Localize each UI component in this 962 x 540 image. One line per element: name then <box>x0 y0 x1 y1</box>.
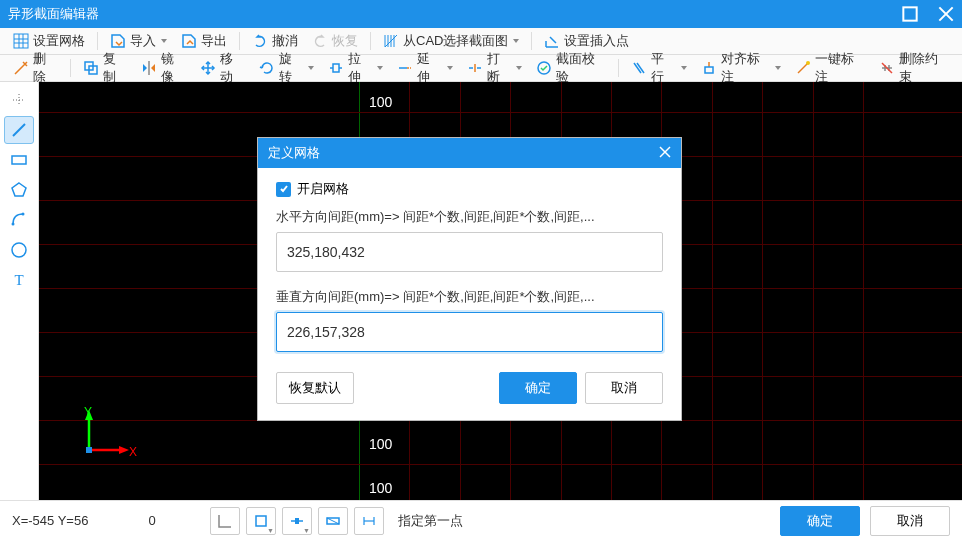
svg-text:T: T <box>14 272 23 288</box>
mirror-button[interactable]: 镜像 <box>136 57 191 79</box>
stretch-button[interactable]: 拉伸 <box>323 57 388 79</box>
svg-rect-53 <box>295 518 299 524</box>
svg-rect-0 <box>903 7 916 20</box>
copy-icon <box>83 60 99 76</box>
svg-line-55 <box>327 518 339 524</box>
wand-icon <box>795 60 811 76</box>
grid-settings-label: 设置网格 <box>33 32 85 50</box>
parallel-label: 平行 <box>651 50 675 86</box>
status-prompt: 指定第一点 <box>398 512 463 530</box>
extend-label: 延伸 <box>417 50 441 86</box>
extend-button[interactable]: 延伸 <box>392 57 457 79</box>
axis-tick: 100 <box>369 436 392 452</box>
one-key-mark-button[interactable]: 一键标注 <box>790 57 870 79</box>
parallel-button[interactable]: 平行 <box>626 57 691 79</box>
extend-icon <box>397 60 413 76</box>
rotate-label: 旋转 <box>279 50 303 86</box>
enable-grid-label: 开启网格 <box>297 180 349 198</box>
svg-marker-49 <box>119 446 129 454</box>
svg-line-39 <box>13 124 25 136</box>
v-spacing-label: 垂直方向间距(mm)=> 间距*个数,间距,间距*个数,间距,... <box>276 288 663 306</box>
section-check-label: 截面校验 <box>556 50 606 86</box>
copy-label: 复制 <box>103 50 128 86</box>
delete-button[interactable]: 删除 <box>8 57 63 79</box>
axis-tick: 100 <box>369 480 392 496</box>
snap-corner-button[interactable] <box>210 507 240 535</box>
break-label: 打断 <box>487 50 511 86</box>
close-icon[interactable] <box>938 6 954 22</box>
v-spacing-input[interactable] <box>276 312 663 352</box>
check-icon <box>536 60 552 76</box>
polygon-tool[interactable] <box>4 176 34 204</box>
svg-rect-31 <box>705 67 713 73</box>
undo-label: 撤消 <box>272 32 298 50</box>
svg-rect-40 <box>12 156 26 164</box>
grid-settings-button[interactable]: 设置网格 <box>8 30 90 52</box>
delete-constraint-icon <box>879 60 895 76</box>
dialog-close-icon[interactable] <box>659 146 671 161</box>
svg-rect-3 <box>14 34 28 48</box>
section-check-button[interactable]: 截面校验 <box>531 57 611 79</box>
circle-tool[interactable] <box>4 236 34 264</box>
enable-grid-checkbox[interactable] <box>276 182 291 197</box>
undo-button[interactable]: 撤消 <box>247 30 303 52</box>
move-button[interactable]: 移动 <box>195 57 250 79</box>
delete-label: 删除 <box>33 50 58 86</box>
line-tool[interactable] <box>4 116 34 144</box>
dialog-ok-button[interactable]: 确定 <box>499 372 577 404</box>
rectangle-tool[interactable] <box>4 146 34 174</box>
status-ok-button[interactable]: 确定 <box>780 506 860 536</box>
status-coords: X=-545 Y=56 <box>12 513 88 528</box>
status-cancel-button[interactable]: 取消 <box>870 506 950 536</box>
delete-constraint-button[interactable]: 删除约束 <box>874 57 954 79</box>
export-icon <box>181 33 197 49</box>
chevron-down-icon <box>161 39 167 43</box>
chevron-down-icon <box>377 66 383 70</box>
svg-line-15 <box>550 37 556 43</box>
svg-rect-20 <box>333 64 339 72</box>
dialog-cancel-button[interactable]: 取消 <box>585 372 663 404</box>
svg-point-44 <box>12 243 26 257</box>
h-spacing-input[interactable] <box>276 232 663 272</box>
point-tool[interactable] <box>4 86 34 114</box>
toolbar-row-2: 删除 复制 镜像 移动 旋转 拉伸 延伸 打断 截面校验 平行 <box>0 55 962 82</box>
svg-point-32 <box>806 61 810 65</box>
dialog-title-bar[interactable]: 定义网格 <box>258 138 681 168</box>
redo-icon <box>312 33 328 49</box>
import-button[interactable]: 导入 <box>105 30 172 52</box>
rotate-button[interactable]: 旋转 <box>254 57 319 79</box>
export-label: 导出 <box>201 32 227 50</box>
import-icon <box>110 33 126 49</box>
svg-point-42 <box>12 223 15 226</box>
mirror-label: 镜像 <box>161 50 186 86</box>
align-mark-label: 对齐标注 <box>721 50 771 86</box>
snap-dimension-button[interactable] <box>354 507 384 535</box>
set-insert-point-label: 设置插入点 <box>564 32 629 50</box>
dialog-title: 定义网格 <box>268 144 320 162</box>
snap-intersection-button[interactable] <box>318 507 348 535</box>
svg-rect-51 <box>256 516 266 526</box>
mirror-icon <box>141 60 157 76</box>
snap-endpoint-button[interactable]: ▼ <box>246 507 276 535</box>
define-grid-dialog: 定义网格 开启网格 水平方向间距(mm)=> 间距*个数,间距,间距*个数,间距… <box>257 137 682 421</box>
copy-button[interactable]: 复制 <box>78 57 133 79</box>
chevron-down-icon <box>513 39 519 43</box>
cad-icon <box>383 33 399 49</box>
from-cad-button[interactable]: 从CAD选择截面图 <box>378 30 524 52</box>
maximize-icon[interactable] <box>902 6 918 22</box>
export-button[interactable]: 导出 <box>176 30 232 52</box>
break-button[interactable]: 打断 <box>462 57 527 79</box>
restore-default-button[interactable]: 恢复默认 <box>276 372 354 404</box>
window-title: 异形截面编辑器 <box>8 5 99 23</box>
redo-button: 恢复 <box>307 30 363 52</box>
snap-midpoint-button[interactable]: ▼ <box>282 507 312 535</box>
align-mark-button[interactable]: 对齐标注 <box>696 57 787 79</box>
chevron-down-icon <box>308 66 314 70</box>
text-tool[interactable]: T <box>4 266 34 294</box>
status-bar: X=-545 Y=56 0 ▼ ▼ 指定第一点 确定 取消 <box>0 500 962 540</box>
move-label: 移动 <box>220 50 245 86</box>
arc-tool[interactable] <box>4 206 34 234</box>
align-icon <box>701 60 717 76</box>
set-insert-point-button[interactable]: 设置插入点 <box>539 30 634 52</box>
move-icon <box>200 60 216 76</box>
